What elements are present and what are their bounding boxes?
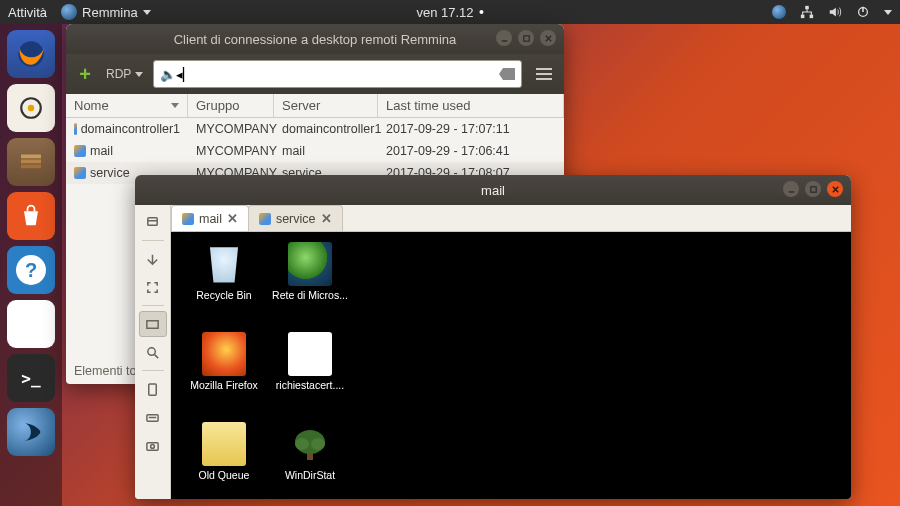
row-name: service [90, 166, 130, 180]
desktop-icon[interactable]: richiestacert.... [267, 332, 353, 422]
protocol-selector[interactable]: RDP [106, 67, 143, 81]
connection-row[interactable]: domaincontroller1MYCOMPANYdomaincontroll… [66, 118, 564, 140]
tab-close-icon[interactable]: ✕ [321, 211, 332, 226]
desktop-icon[interactable]: Mozilla Firefox [181, 332, 267, 422]
main-window-titlebar[interactable]: Client di connessione a desktop remoti R… [66, 24, 564, 54]
svg-rect-2 [810, 15, 814, 19]
desktop-icon[interactable]: Rete di Micros... [267, 242, 353, 332]
tray-remmina-icon[interactable] [772, 5, 786, 19]
activities-button[interactable]: Attività [8, 5, 47, 20]
connection-side-toolbar [135, 205, 171, 499]
remmina-connection-window: mail mail✕service✕ Recycle BinRete di Mi… [135, 175, 851, 499]
svg-rect-8 [21, 155, 41, 159]
tool-keyboard-icon[interactable] [139, 404, 167, 430]
svg-rect-23 [147, 442, 158, 450]
row-group: MYCOMPANY [188, 122, 274, 136]
connection-tabs: mail✕service✕ [171, 205, 851, 232]
svg-point-24 [151, 444, 155, 448]
tool-grab-icon[interactable] [139, 376, 167, 402]
header-name[interactable]: Nome [66, 94, 188, 117]
desktop-icon[interactable]: Old Queue [181, 422, 267, 499]
clear-icon[interactable] [499, 68, 515, 80]
minimize-button[interactable] [496, 30, 512, 46]
tool-screenshot-icon[interactable] [139, 432, 167, 458]
tab-label: mail [199, 212, 222, 226]
svg-rect-9 [21, 160, 41, 164]
clock[interactable]: ven 17.12 [416, 5, 483, 20]
tab-close-icon[interactable]: ✕ [227, 211, 238, 226]
main-toolbar: + RDP 🔈 [66, 54, 564, 94]
launcher-dock: ? a >_ [0, 24, 62, 506]
header-group[interactable]: Gruppo [188, 94, 274, 117]
tool-fit-icon[interactable] [139, 246, 167, 272]
rdp-icon [182, 213, 194, 225]
header-last-used[interactable]: Last time used [378, 94, 564, 117]
row-name: mail [90, 144, 113, 158]
svg-point-7 [28, 105, 35, 112]
header-server[interactable]: Server [274, 94, 378, 117]
dock-remmina[interactable] [7, 408, 55, 456]
svg-line-19 [154, 354, 158, 358]
icon-label: Recycle Bin [196, 289, 251, 301]
chevron-down-icon [135, 72, 143, 77]
maximize-button[interactable] [805, 181, 821, 197]
notification-dot-icon [480, 10, 484, 14]
top-panel: Attività Remmina ven 17.12 [0, 0, 900, 24]
ff-icon [202, 332, 246, 376]
maximize-button[interactable] [518, 30, 534, 46]
svg-rect-13 [788, 191, 793, 192]
hamburger-menu-button[interactable] [532, 64, 556, 84]
row-last: 2017-09-29 - 17:06:41 [378, 144, 564, 158]
icon-label: Rete di Micros... [272, 289, 348, 301]
app-menu[interactable]: Remmina [61, 4, 151, 20]
desktop-icon[interactable]: WinDirStat [267, 422, 353, 499]
connection-tab[interactable]: mail✕ [171, 205, 249, 231]
sort-down-icon [171, 103, 179, 108]
connection-tab[interactable]: service✕ [248, 205, 343, 231]
svg-rect-1 [801, 15, 805, 19]
svg-rect-14 [810, 186, 815, 191]
rdp-icon [74, 167, 86, 179]
new-connection-button[interactable]: + [74, 63, 96, 85]
row-group: MYCOMPANY [188, 144, 274, 158]
tool-scaled-icon[interactable] [139, 311, 167, 337]
dock-rhythmbox[interactable] [7, 84, 55, 132]
svg-point-27 [295, 438, 309, 450]
system-menu-chevron-icon[interactable] [884, 10, 892, 15]
rdp-icon [74, 145, 86, 157]
tool-fullscreen-icon[interactable] [139, 274, 167, 300]
power-icon[interactable] [856, 5, 870, 19]
dock-terminal[interactable]: >_ [7, 354, 55, 402]
svg-point-28 [311, 438, 325, 450]
row-name: domaincontroller1 [81, 122, 180, 136]
status-bar-text: Elementi to [74, 364, 137, 378]
close-button[interactable] [540, 30, 556, 46]
row-server: domaincontroller1 [274, 122, 378, 136]
tool-zoom-icon[interactable] [139, 339, 167, 365]
dock-files[interactable] [7, 138, 55, 186]
row-last: 2017-09-29 - 17:07:11 [378, 122, 564, 136]
dock-amazon[interactable]: a [7, 300, 55, 348]
network-icon[interactable] [800, 5, 814, 19]
minimize-button[interactable] [783, 181, 799, 197]
close-button[interactable] [827, 181, 843, 197]
connection-row[interactable]: mailMYCOMPANYmail2017-09-29 - 17:06:41 [66, 140, 564, 162]
dock-software[interactable] [7, 192, 55, 240]
search-input[interactable] [176, 67, 499, 82]
remote-desktop-view[interactable]: Recycle BinRete di Micros...Mozilla Fire… [171, 232, 851, 499]
protocol-label: RDP [106, 67, 131, 81]
conn-window-titlebar[interactable]: mail [135, 175, 851, 205]
tool-pin-icon[interactable] [139, 209, 167, 235]
rdp-icon [74, 123, 77, 135]
svg-point-18 [148, 347, 156, 355]
dock-firefox[interactable] [7, 30, 55, 78]
row-server: mail [274, 144, 378, 158]
dock-help[interactable]: ? [7, 246, 55, 294]
desktop-icon[interactable]: Recycle Bin [181, 242, 267, 332]
volume-icon[interactable] [828, 5, 842, 19]
svg-rect-0 [805, 6, 809, 10]
svg-rect-10 [21, 165, 41, 169]
amazon-icon-label: a [24, 309, 38, 340]
search-field-wrapper[interactable]: 🔈 [153, 60, 522, 88]
tab-label: service [276, 212, 316, 226]
